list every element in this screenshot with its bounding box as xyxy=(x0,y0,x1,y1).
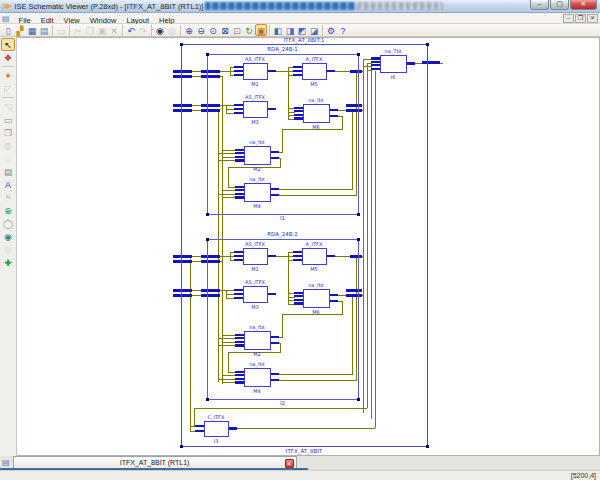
undo-icon[interactable]: ↶ xyxy=(125,24,137,36)
save-icon[interactable]: ▦ xyxy=(26,24,38,36)
corner-handle xyxy=(357,398,360,401)
schematic-label: C_ITFX xyxy=(208,414,225,421)
tab-close-icon[interactable]: ✕ xyxy=(285,459,294,468)
schematic-label: AS_ITFX xyxy=(245,279,265,286)
close-button[interactable]: ✕ xyxy=(570,0,597,10)
zoom-fit-icon[interactable]: ⊠ xyxy=(219,24,231,36)
mdi-restore-button[interactable]: ❐ xyxy=(575,14,586,23)
schematic-label: na_fbt xyxy=(249,324,265,331)
schematic-label: M5 xyxy=(310,81,318,87)
tools-toolbar: ↖❖✦◸◹▭❐◍◌▤A⚑⊕◯◉◎✚ xyxy=(0,37,17,456)
component-I6[interactable]: na_7btI6 xyxy=(371,48,415,80)
component-body xyxy=(244,146,270,164)
toolbar-separator xyxy=(2,66,14,67)
schematic-label: AS_ITFX xyxy=(245,241,265,248)
select-bus-icon: ◌ xyxy=(1,152,15,165)
component-M3[interactable]: AS_ITFXM3 xyxy=(234,94,276,125)
component-M6[interactable]: na_fbtM6 xyxy=(294,97,338,130)
zoom-out-icon[interactable]: ⊖ xyxy=(195,24,207,36)
find-in-files-icon: ◎ xyxy=(166,24,178,36)
schematic-label: na_fbt xyxy=(308,97,324,104)
schematic-canvas[interactable]: RDA_24B:1I1AS_ITFXM1A_ITFXM5AS_ITFXM3na_… xyxy=(17,37,600,456)
zoom-selection-icon[interactable]: ⊡ xyxy=(231,24,243,36)
corner-handle xyxy=(357,213,360,216)
flag-tool-icon: ⚑ xyxy=(1,191,15,204)
zoom-full-view-icon[interactable]: ⊙ xyxy=(207,24,219,36)
app-window: ≫ ISE Schematic Viewer (P.28xd) - [ITFX_… xyxy=(0,0,600,480)
add-marker-icon[interactable]: ⊕ xyxy=(1,204,15,217)
zoom-area-tool-icon[interactable]: ❖ xyxy=(1,51,15,64)
section-RDA_24B:1[interactable]: RDA_24B:1I1AS_ITFXM1A_ITFXM5AS_ITFXM3na_… xyxy=(173,46,363,221)
menu-bar: ▤ FileEditViewWindowLayoutHelp – ❐ ✕ xyxy=(0,13,600,24)
delete-icon: ✕ xyxy=(108,24,120,36)
corner-handle xyxy=(206,238,209,241)
new-document-icon[interactable]: ▯ xyxy=(2,24,14,36)
schematic-label: RDA_24B:2 xyxy=(267,231,298,238)
component-M3[interactable]: AS_ITFXM3 xyxy=(234,279,276,310)
mdi-close-button[interactable]: ✕ xyxy=(587,14,598,23)
component-M6[interactable]: na_fbtM6 xyxy=(294,282,338,315)
document-icon[interactable]: ▤ xyxy=(1,165,15,178)
component-body xyxy=(244,368,270,386)
schematic-label: M6 xyxy=(312,309,320,315)
help-icon[interactable]: ? xyxy=(337,24,349,36)
refresh-icon[interactable]: ↻ xyxy=(243,24,255,36)
document-icon: ▤ xyxy=(2,14,10,23)
component-body xyxy=(244,331,270,349)
select-net-icon: ◍ xyxy=(1,139,15,152)
panel-schematic-icon[interactable]: ◧ xyxy=(272,24,284,36)
sheets-icon[interactable]: ❐ xyxy=(1,126,15,139)
window-controls: – ▢ ✕ xyxy=(529,0,597,10)
schematic-label: I1 xyxy=(280,215,285,221)
inactive-tool-icon: ◎ xyxy=(1,243,15,256)
component-I3[interactable]: C_ITFXI3 xyxy=(195,414,237,444)
app-icon: ≫ xyxy=(2,1,11,11)
component-M5[interactable]: A_ITFXM5 xyxy=(293,241,335,272)
component-body xyxy=(303,104,329,122)
paste-icon: ▣ xyxy=(96,24,108,36)
component-M1[interactable]: AS_ITFXM1 xyxy=(234,241,276,272)
component-M1[interactable]: AS_ITFXM1 xyxy=(234,56,276,87)
open-folder-icon[interactable]: ▞ xyxy=(14,24,26,36)
schematic-label: M5 xyxy=(310,266,318,272)
wrench-icon[interactable]: ⚙ xyxy=(325,24,337,36)
select-tool-icon[interactable]: ↖ xyxy=(1,38,15,51)
ring-tool-icon[interactable]: ◯ xyxy=(1,217,15,230)
toolbar-separator xyxy=(180,25,181,36)
component-body xyxy=(243,286,267,302)
trace-tool-icon: ◹ xyxy=(1,100,15,113)
component-body xyxy=(302,248,326,264)
panel-tile-icon[interactable]: ◩ xyxy=(296,24,308,36)
toggle-hierarchy-icon[interactable]: ▣ xyxy=(255,24,267,36)
schematic-label: M1 xyxy=(251,266,259,272)
find-icon[interactable]: ◉ xyxy=(154,24,166,36)
corner-handle xyxy=(180,43,183,46)
toolbar-separator xyxy=(122,25,123,36)
title-extra-text-redacted xyxy=(357,2,443,10)
toolbar-separator xyxy=(52,25,53,36)
toolbar-separator xyxy=(322,25,323,36)
toolbar-separator xyxy=(269,25,270,36)
zoom-in-icon[interactable]: ⊕ xyxy=(183,24,195,36)
text-tool-icon[interactable]: A xyxy=(1,178,15,191)
panel-cascade-icon[interactable]: ◪ xyxy=(308,24,320,36)
mdi-minimize-button[interactable]: – xyxy=(563,14,574,23)
toolbar-separator xyxy=(2,97,14,98)
corner-handle xyxy=(426,445,429,448)
save-all-icon[interactable]: ▤ xyxy=(38,24,50,36)
component-body xyxy=(380,55,406,72)
maximize-button[interactable]: ▢ xyxy=(550,0,569,10)
tab-itfx-at-8bit[interactable]: ITFX_AT_8BIT (RTL1) ✕ xyxy=(13,456,297,468)
component-M4[interactable]: na_fbtM4 xyxy=(235,361,279,394)
minimize-button[interactable]: – xyxy=(530,0,549,10)
sheet-icon[interactable]: ▭ xyxy=(1,113,15,126)
component-tool-icon[interactable]: ✦ xyxy=(1,69,15,82)
schematic-svg[interactable]: RDA_24B:1I1AS_ITFXM1A_ITFXM5AS_ITFXM3na_… xyxy=(17,38,600,457)
section-RDA_24B:2[interactable]: RDA_24B:2I2AS_ITFXM1A_ITFXM5AS_ITFXM3na_… xyxy=(173,231,363,406)
panel-list-icon[interactable]: ◨ xyxy=(284,24,296,36)
component-body xyxy=(243,248,267,264)
component-M4[interactable]: na_fbtM4 xyxy=(235,176,279,209)
add-probe-icon[interactable]: ✚ xyxy=(1,256,15,269)
component-M5[interactable]: A_ITFXM5 xyxy=(293,56,335,87)
world-view-icon[interactable]: ◉ xyxy=(1,230,15,243)
